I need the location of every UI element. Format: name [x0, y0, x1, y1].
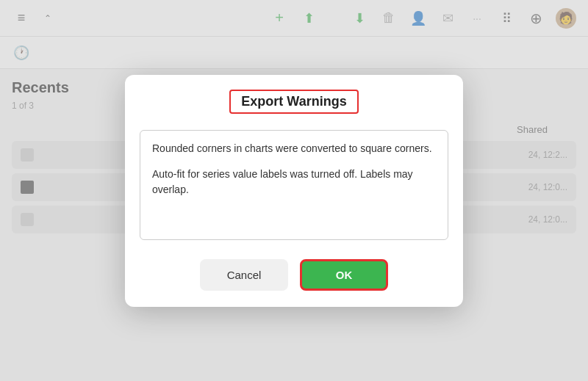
ok-button[interactable]: OK [300, 259, 388, 291]
warning-text-2: Auto-fit for series value labels was tur… [152, 167, 436, 197]
dialog-header: Export Warnings [125, 75, 463, 126]
dialog-title-box: Export Warnings [229, 90, 358, 114]
dialog-title: Export Warnings [241, 94, 346, 109]
export-warnings-dialog: Export Warnings Rounded corners in chart… [125, 75, 463, 307]
cancel-button[interactable]: Cancel [200, 259, 288, 291]
dialog-body: Rounded corners in charts were converted… [125, 126, 463, 255]
dialog-footer: Cancel OK [125, 255, 463, 307]
warning-box: Rounded corners in charts were converted… [140, 130, 448, 240]
modal-overlay: Export Warnings Rounded corners in chart… [0, 0, 588, 381]
warning-text-1: Rounded corners in charts were converted… [152, 141, 436, 156]
